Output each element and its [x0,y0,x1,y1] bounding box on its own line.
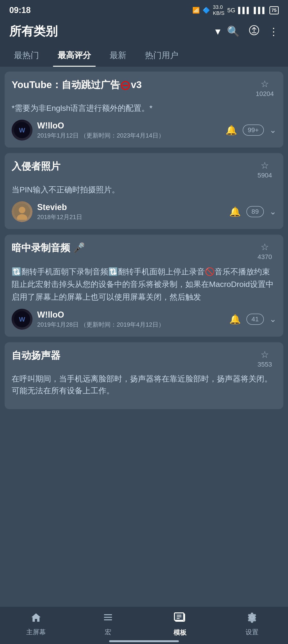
bluetooth-icon: 🔷 [202,7,210,14]
nav-item-home[interactable]: 主屏幕 [13,612,59,637]
avatar: W [12,120,32,140]
macros-label: 宏 [105,628,111,636]
home-indicator [109,640,179,642]
upload-icon[interactable] [249,25,259,38]
avatar-image: W [12,120,32,140]
author-date: 2019年1月12日 （更新时间：2023年4月14日） [37,132,221,140]
star-section[interactable]: ☆ 5904 [253,160,276,179]
status-bar: 09:18 📶 🔷 33.0KB/S 5G ▌▌▌ ▌▌▌ 75 [0,0,288,18]
card-header: 入侵者照片 ☆ 5904 [12,160,276,179]
settings-label: 设置 [246,628,258,636]
card-title: 暗中录制音频 🎤 [12,242,253,254]
templates-icon [174,612,186,626]
card-intruder-photo: 入侵者照片 ☆ 5904 当PIN输入不正确时拍摄照片。 Stevieb 201 [5,153,283,229]
dropdown-icon[interactable]: ▾ [215,26,220,37]
author-info: W!lloO 2019年1月12日 （更新时间：2023年4月14日） [37,121,221,140]
card-footer: Stevieb 2018年12月21日 🔔 89 ⌄ [12,201,276,222]
card-youtube: YouTube：自动跳过广告v3 ☆ 10204 *需要为非Englsh语言进行… [5,72,283,148]
signal-bars: ▌▌▌ [238,7,251,14]
nav-item-macros[interactable]: 宏 [85,612,131,637]
status-time: 09:18 [9,5,31,15]
tab-latest[interactable]: 最新 [100,44,136,67]
card-title: YouTube：自动跳过广告v3 [12,78,253,91]
top-bar: 所有类别 ▾ 🔍 ⋮ [0,18,288,44]
home-icon [30,612,42,626]
card-actions: 🔔 99+ ⌄ [226,124,276,136]
battery-icon: 75 [270,6,279,14]
nav-item-settings[interactable]: 设置 [229,612,275,637]
card-description: 当PIN输入不正确时拍摄照片。 [12,184,276,196]
expand-icon[interactable]: ⌄ [270,125,276,135]
card-title: 自动扬声器 [12,349,253,362]
card-title: 入侵者照片 [12,160,253,173]
sim-icon: 📶 [192,7,200,14]
author-info: Stevieb 2018年12月21日 [37,202,224,221]
tab-hot[interactable]: 最热门 [5,44,48,67]
star-count: 3553 [258,361,272,368]
star-count: 10204 [256,90,274,98]
author-date: 2018年12月21日 [37,213,224,221]
avatar: W [12,309,32,330]
macros-icon [102,612,114,626]
bottom-spacer [5,415,283,452]
author-date: 2019年1月28日 （更新时间：2019年4月12日） [37,320,224,329]
card-actions: 🔔 41 ⌄ [229,314,276,325]
tabs-bar: 最热门 最高评分 最新 热门用户 [0,44,288,67]
card-footer: W W!lloO 2019年1月12日 （更新时间：2023年4月14日） 🔔 … [12,120,276,140]
card-description: 🔃翻转手机面朝下录制音频🔃翻转手机面朝上停止录音🚫音乐不播放约束阻止此宏射击掉头… [12,265,276,303]
card-description: 在呼叫期间，当手机远离脸部时，扬声器将在靠近脸部时，扬声器将关闭。 可能无法在所… [12,373,276,396]
card-header: 自动扬声器 ☆ 3553 [12,349,276,368]
data-speed: 33.0KB/S [213,4,224,16]
star-icon: ☆ [260,160,269,171]
home-label: 主屏幕 [26,628,46,636]
settings-icon [246,612,258,626]
card-description: *需要为非Englsh语言进行额外的配置。* [12,102,276,114]
card-auto-speaker: 自动扬声器 ☆ 3553 在呼叫期间，当手机远离脸部时，扬声器将在靠近脸部时，扬… [5,342,283,409]
star-icon: ☆ [260,78,269,89]
comment-badge[interactable]: 41 [246,314,264,325]
card-header: 暗中录制音频 🎤 ☆ 4370 [12,242,276,261]
star-section[interactable]: ☆ 4370 [253,242,276,261]
network-5g-icon: 5G [228,7,236,14]
expand-icon[interactable]: ⌄ [270,207,276,216]
author-name: W!lloO [37,121,221,130]
star-count: 4370 [258,253,272,261]
search-icon[interactable]: 🔍 [227,25,240,38]
nav-item-templates[interactable]: 模板 [157,612,203,637]
svg-text:W: W [19,126,25,134]
no-entry-icon [121,81,130,90]
bottom-nav: 主屏幕 宏 模板 [0,606,288,644]
expand-icon[interactable]: ⌄ [270,314,276,324]
comment-badge[interactable]: 89 [246,206,264,217]
bell-icon[interactable]: 🔔 [229,314,241,325]
tab-top-rated[interactable]: 最高评分 [48,44,100,67]
author-info: W!lloO 2019年1月28日 （更新时间：2019年4月12日） [37,310,224,329]
signal-bars-2: ▌▌▌ [254,7,266,14]
star-section[interactable]: ☆ 3553 [253,349,276,368]
author-name: Stevieb [37,202,224,212]
bell-icon[interactable]: 🔔 [229,206,241,217]
tab-popular-users[interactable]: 热门用户 [136,44,188,67]
more-options-icon[interactable]: ⋮ [268,26,279,38]
card-secret-record: 暗中录制音频 🎤 ☆ 4370 🔃翻转手机面朝下录制音频🔃翻转手机面朝上停止录音… [5,235,283,337]
status-icons: 📶 🔷 33.0KB/S 5G ▌▌▌ ▌▌▌ 75 [192,4,279,16]
avatar [12,201,32,222]
avatar-image: W [12,309,32,330]
card-footer: W W!lloO 2019年1月28日 （更新时间：2019年4月12日） 🔔 … [12,309,276,330]
star-icon: ☆ [260,349,269,360]
star-section[interactable]: ☆ 10204 [253,78,276,98]
top-bar-actions: 🔍 ⋮ [227,25,279,38]
comment-badge[interactable]: 99+ [243,124,264,136]
author-name: W!lloO [37,310,224,320]
star-icon: ☆ [260,242,269,252]
svg-text:W: W [19,316,25,323]
page-title: 所有类别 [9,23,215,40]
content-area: YouTube：自动跳过广告v3 ☆ 10204 *需要为非Englsh语言进行… [0,67,288,624]
avatar-image [12,201,32,222]
bell-icon[interactable]: 🔔 [226,125,237,136]
card-header: YouTube：自动跳过广告v3 ☆ 10204 [12,78,276,98]
star-count: 5904 [258,172,272,179]
templates-label: 模板 [174,628,186,637]
svg-point-5 [19,207,25,213]
card-actions: 🔔 89 ⌄ [229,206,276,217]
